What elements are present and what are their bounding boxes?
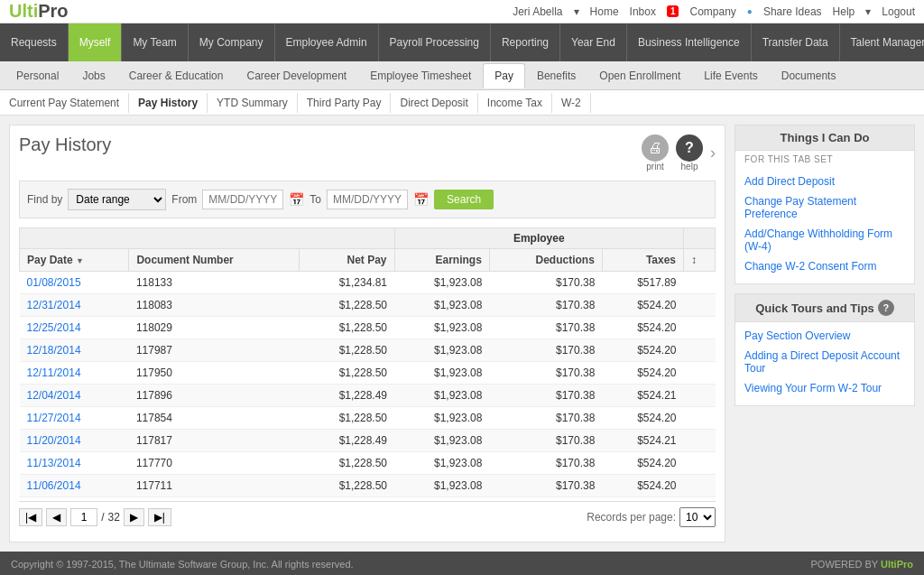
user-dropdown-icon[interactable]: ▾ (574, 5, 579, 18)
cell-date[interactable]: 12/11/2014 (20, 362, 129, 385)
page-number-input[interactable] (70, 508, 97, 526)
sub2-nav-item-direct-deposit[interactable]: Direct Deposit (391, 93, 477, 113)
cell-earnings: $1,923.08 (394, 430, 489, 452)
main-nav-item-my-company[interactable]: My Company (189, 23, 275, 61)
search-button[interactable]: Search (434, 190, 494, 209)
main-nav-item-talent-manager[interactable]: Talent Manager (840, 23, 924, 61)
sub2-nav-item-pay-history[interactable]: Pay History (129, 93, 208, 113)
sub2-nav-item-income-tax[interactable]: Income Tax (478, 93, 552, 113)
to-date-input[interactable] (327, 190, 408, 209)
main-nav-item-myself[interactable]: Myself (69, 23, 123, 61)
sub2-nav-item-w-2[interactable]: W-2 (552, 93, 591, 113)
things-subtitle: FOR THIS TAB SET (735, 151, 914, 168)
pay-date-link[interactable]: 12/31/2014 (27, 299, 81, 311)
share-ideas-link[interactable]: Share Ideas (763, 5, 822, 18)
sub-nav-item-personal[interactable]: Personal (5, 63, 70, 88)
pay-date-link[interactable]: 12/18/2014 (27, 344, 81, 357)
tours-link[interactable]: Viewing Your Form W-2 Tour (735, 378, 914, 398)
sub-nav-item-employee-timesheet[interactable]: Employee Timesheet (358, 63, 483, 88)
company-link[interactable]: Company (689, 5, 735, 18)
tours-title: Quick Tours and Tips ? (735, 294, 914, 322)
expand-button[interactable]: › (710, 144, 716, 162)
things-link[interactable]: Change W-2 Consent Form (735, 256, 914, 276)
pay-date-link[interactable]: 01/08/2015 (27, 276, 81, 289)
user-name[interactable]: Jeri Abella (513, 5, 562, 18)
table-body: 01/08/2015 118133 $1,234.81 $1,923.08 $1… (20, 272, 716, 497)
help-dropdown-icon[interactable]: ▾ (865, 5, 871, 18)
from-calendar-icon[interactable]: 📅 (289, 192, 304, 207)
col-earnings[interactable]: Earnings (394, 249, 489, 272)
sub-nav-item-pay[interactable]: Pay (483, 63, 525, 88)
cell-net: $1,228.50 (300, 475, 394, 497)
next-page-button[interactable]: ▶ (124, 508, 144, 526)
help-button[interactable]: ? help (676, 134, 703, 172)
main-nav-item-business-intelligence[interactable]: Business Intelligence (627, 23, 752, 61)
tours-link[interactable]: Adding a Direct Deposit Account Tour (735, 346, 914, 378)
cell-date[interactable]: 11/06/2014 (20, 475, 129, 497)
pay-date-link[interactable]: 12/04/2014 (27, 389, 81, 402)
col-document-number[interactable]: Document Number (129, 249, 300, 272)
pay-date-link[interactable]: 11/20/2014 (27, 434, 81, 447)
sub-nav-item-career-development[interactable]: Career Development (235, 63, 358, 88)
pay-date-link[interactable]: 12/11/2014 (27, 366, 81, 379)
cell-date[interactable]: 12/25/2014 (20, 317, 129, 339)
sub-nav-item-benefits[interactable]: Benefits (525, 63, 587, 88)
table-group-header-empty (20, 228, 395, 249)
cell-taxes: $524.20 (602, 407, 683, 430)
main-nav-item-employee-admin[interactable]: Employee Admin (275, 23, 379, 61)
cell-date[interactable]: 11/13/2014 (20, 452, 129, 475)
cell-date[interactable]: 11/20/2014 (20, 430, 129, 452)
to-calendar-icon[interactable]: 📅 (413, 192, 429, 207)
sub-nav-item-documents[interactable]: Documents (770, 63, 848, 88)
sub-nav-item-career-and-education[interactable]: Career & Education (117, 63, 236, 88)
from-date-input[interactable] (202, 190, 283, 209)
cell-date[interactable]: 12/18/2014 (20, 339, 129, 362)
col-net-pay[interactable]: Net Pay (300, 249, 394, 272)
pay-date-link[interactable]: 11/27/2014 (27, 412, 81, 424)
sub-nav-item-jobs[interactable]: Jobs (70, 63, 116, 88)
main-nav-item-transfer-data[interactable]: Transfer Data (752, 23, 840, 61)
sub2-nav-item-ytd-summary[interactable]: YTD Summary (208, 93, 298, 113)
things-link[interactable]: Add Direct Deposit (735, 172, 914, 191)
cell-date[interactable]: 11/27/2014 (20, 407, 129, 430)
cell-deductions: $170.38 (489, 339, 602, 362)
cell-net: $1,228.50 (300, 407, 394, 430)
main-nav-item-requests[interactable]: Requests (0, 23, 69, 61)
home-link[interactable]: Home (590, 5, 619, 18)
main-nav-item-reporting[interactable]: Reporting (491, 23, 560, 61)
inbox-link[interactable]: Inbox (630, 5, 656, 18)
logout-link[interactable]: Logout (882, 5, 915, 18)
main-content: Pay History 🖨 print ? help › Find by Dat… (9, 125, 725, 543)
find-by-select[interactable]: Date rangeCheck numberAmount (68, 189, 166, 210)
col-taxes[interactable]: Taxes (602, 249, 683, 272)
cell-doc: 117817 (129, 430, 300, 452)
col-deductions[interactable]: Deductions (489, 249, 602, 272)
col-extra[interactable]: ↕ (684, 249, 716, 272)
sub2-nav-item-current-pay-statement[interactable]: Current Pay Statement (9, 93, 129, 113)
main-nav-item-my-team[interactable]: My Team (122, 23, 188, 61)
main-nav-item-year-end[interactable]: Year End (560, 23, 627, 61)
cell-date[interactable]: 01/08/2015 (20, 272, 129, 294)
sub-nav-item-life-events[interactable]: Life Events (692, 63, 769, 88)
things-link[interactable]: Change Pay Statement Preference (735, 191, 914, 224)
tours-link[interactable]: Pay Section Overview (735, 326, 914, 346)
main-nav-item-payroll-processing[interactable]: Payroll Processing (379, 23, 491, 61)
print-button[interactable]: 🖨 print (642, 134, 669, 172)
cell-date[interactable]: 12/31/2014 (20, 294, 129, 317)
cell-doc: 117950 (129, 362, 300, 385)
help-link[interactable]: Help (833, 5, 855, 18)
records-per-page-select[interactable]: 10 25 50 (679, 507, 716, 527)
cell-date[interactable]: 12/04/2014 (20, 385, 129, 407)
pay-date-link[interactable]: 12/25/2014 (27, 321, 81, 334)
col-pay-date[interactable]: Pay Date ▼ (20, 249, 129, 272)
pay-date-link[interactable]: 11/13/2014 (27, 457, 81, 469)
first-page-button[interactable]: |◀ (19, 508, 42, 526)
things-link[interactable]: Add/Change Withholding Form (W-4) (735, 224, 914, 256)
last-page-button[interactable]: ▶| (148, 508, 171, 526)
sub-nav-item-open-enrollment[interactable]: Open Enrollment (587, 63, 692, 88)
pay-date-link[interactable]: 11/06/2014 (27, 479, 81, 492)
cell-earnings: $1,923.08 (394, 272, 489, 294)
sub2-nav-item-third-party-pay[interactable]: Third Party Pay (298, 93, 392, 113)
prev-page-button[interactable]: ◀ (46, 508, 67, 526)
tours-help-icon[interactable]: ? (878, 300, 894, 316)
